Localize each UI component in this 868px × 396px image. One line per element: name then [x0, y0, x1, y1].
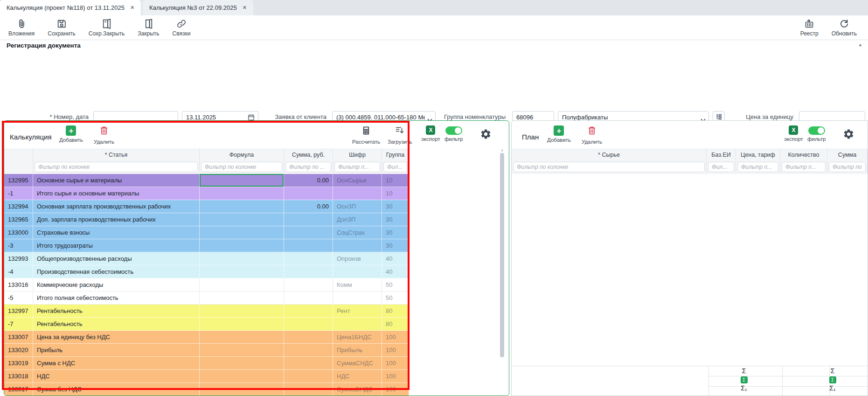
cell-article[interactable]: Итого сырье и основные материалы: [33, 187, 200, 200]
cell-sum[interactable]: [284, 278, 333, 292]
export-excel-button[interactable]: X экспорт: [784, 125, 803, 142]
cell-sum[interactable]: [284, 370, 333, 383]
table-row[interactable]: 132993Общепроизводственные расходыОпроиз…: [4, 252, 409, 265]
cell-formula[interactable]: [200, 239, 284, 252]
add-row-button[interactable]: Добавить: [547, 125, 571, 143]
cell-article[interactable]: Сумма без НДС: [33, 383, 200, 396]
cell-id[interactable]: 133007: [4, 331, 33, 344]
links-button[interactable]: Связки: [173, 18, 191, 37]
sigma-icon[interactable]: Σ: [741, 376, 748, 383]
table-row[interactable]: -4Производственная себестоимость40: [4, 265, 409, 278]
cell-id[interactable]: 133000: [4, 226, 33, 239]
cell-id[interactable]: 133018: [4, 370, 33, 383]
load-button[interactable]: Загрузить: [388, 125, 412, 145]
cell-code[interactable]: Опроизв: [333, 252, 382, 265]
column-filter-input[interactable]: [285, 162, 331, 172]
cell-id[interactable]: 133019: [4, 357, 33, 370]
column-header[interactable]: Шифр: [333, 149, 382, 160]
table-row[interactable]: -3Итого трудозатраты30: [4, 239, 409, 252]
cell-sum[interactable]: [284, 383, 333, 396]
cell-code[interactable]: Прибыль: [333, 344, 382, 357]
cell-article[interactable]: Общепроизводственные расходы: [33, 252, 200, 265]
column-filter-input[interactable]: [334, 162, 380, 172]
cell-group[interactable]: 100: [382, 357, 409, 370]
cell-id[interactable]: 132997: [4, 305, 33, 318]
table-row[interactable]: 132997РентабельностьРент80: [4, 305, 409, 318]
column-header[interactable]: Количество: [780, 149, 827, 160]
cell-article[interactable]: Страховые взносы: [33, 226, 200, 239]
cell-sum[interactable]: [284, 305, 333, 318]
column-header[interactable]: Сумма: [827, 149, 868, 160]
cell-sum[interactable]: [284, 344, 333, 357]
table-row[interactable]: 132995Основное сырье и материалы0.00ОснС…: [4, 174, 409, 187]
save-button[interactable]: Сохранить: [48, 18, 76, 37]
cell-id[interactable]: 132965: [4, 213, 33, 226]
cell-id[interactable]: -4: [4, 265, 33, 278]
cell-id[interactable]: 133020: [4, 344, 33, 357]
cell-group[interactable]: 30: [382, 239, 409, 252]
column-filter-input[interactable]: [782, 162, 826, 172]
calculate-button[interactable]: Рассчитать: [352, 125, 380, 145]
cell-group[interactable]: 80: [382, 305, 409, 318]
cell-article[interactable]: Производственная себестоимость: [33, 265, 200, 278]
cell-formula[interactable]: [200, 278, 284, 292]
cell-article[interactable]: Основная зарплата производственных рабоч…: [33, 200, 200, 213]
column-filter-input[interactable]: [35, 162, 198, 172]
cell-formula[interactable]: [200, 383, 284, 396]
cell-group[interactable]: 100: [382, 383, 409, 396]
refresh-button[interactable]: Обновить: [832, 18, 857, 37]
cell-sum[interactable]: [284, 213, 333, 226]
column-header[interactable]: Группа: [382, 149, 409, 160]
cell-group[interactable]: 40: [382, 252, 409, 265]
sum-sub-label[interactable]: Σ₁: [741, 384, 747, 393]
cell-article[interactable]: Итого полная себестоимость: [33, 292, 200, 305]
cell-code[interactable]: Цена1БНДС: [333, 331, 382, 344]
cell-group[interactable]: 100: [382, 370, 409, 383]
cell-article[interactable]: Доп. зарплата производственных рабочих: [33, 213, 200, 226]
cell-id[interactable]: -5: [4, 292, 33, 305]
cell-formula[interactable]: [200, 187, 284, 200]
cell-sum[interactable]: [284, 357, 333, 370]
cell-id[interactable]: 132995: [4, 174, 33, 187]
table-row[interactable]: 133000Страховые взносыСоцСтрах30: [4, 226, 409, 239]
cell-article[interactable]: НДС: [33, 370, 200, 383]
cell-article[interactable]: Итого трудозатраты: [33, 239, 200, 252]
cell-code[interactable]: [333, 292, 382, 305]
cell-formula[interactable]: [200, 252, 284, 265]
cell-formula[interactable]: [200, 200, 284, 213]
column-header[interactable]: * Сырье: [512, 149, 707, 160]
cell-sum[interactable]: [284, 318, 333, 331]
cell-formula[interactable]: [200, 318, 284, 331]
settings-button[interactable]: [843, 128, 854, 142]
cell-group[interactable]: 100: [382, 344, 409, 357]
cell-sum[interactable]: [284, 331, 333, 344]
cell-sum[interactable]: 0.00: [284, 174, 333, 187]
cell-formula[interactable]: [200, 292, 284, 305]
cell-formula[interactable]: [200, 265, 284, 278]
table-row[interactable]: 132965Доп. зарплата производственных раб…: [4, 213, 409, 226]
cell-group[interactable]: 50: [382, 278, 409, 292]
table-row[interactable]: -1Итого сырье и основные материалы10: [4, 187, 409, 200]
column-filter-input[interactable]: [829, 162, 866, 172]
cell-article[interactable]: Рентабельность: [33, 305, 200, 318]
column-filter-input[interactable]: [513, 162, 705, 172]
scroll-up-icon[interactable]: [500, 148, 504, 152]
cell-group[interactable]: 10: [382, 174, 409, 187]
cell-group[interactable]: 30: [382, 200, 409, 213]
cell-formula[interactable]: [200, 226, 284, 239]
cell-id[interactable]: -7: [4, 318, 33, 331]
attachments-button[interactable]: Вложения: [8, 18, 35, 37]
cell-article[interactable]: Цена за единицу без НДС: [33, 331, 200, 344]
column-header[interactable]: * Статья: [33, 149, 200, 160]
delete-row-button[interactable]: Удалить: [94, 125, 114, 145]
column-filter-input[interactable]: [708, 162, 734, 172]
cell-formula[interactable]: [200, 331, 284, 344]
sum-label[interactable]: Σ: [742, 367, 746, 375]
cell-sum[interactable]: [284, 265, 333, 278]
cell-article[interactable]: Рентабельность: [33, 318, 200, 331]
cell-formula[interactable]: [200, 357, 284, 370]
filter-toggle[interactable]: фильтр: [807, 126, 826, 142]
cell-id[interactable]: -3: [4, 239, 33, 252]
table-row[interactable]: -5Итого полная себестоимость50: [4, 292, 409, 305]
cell-code[interactable]: Рент: [333, 305, 382, 318]
